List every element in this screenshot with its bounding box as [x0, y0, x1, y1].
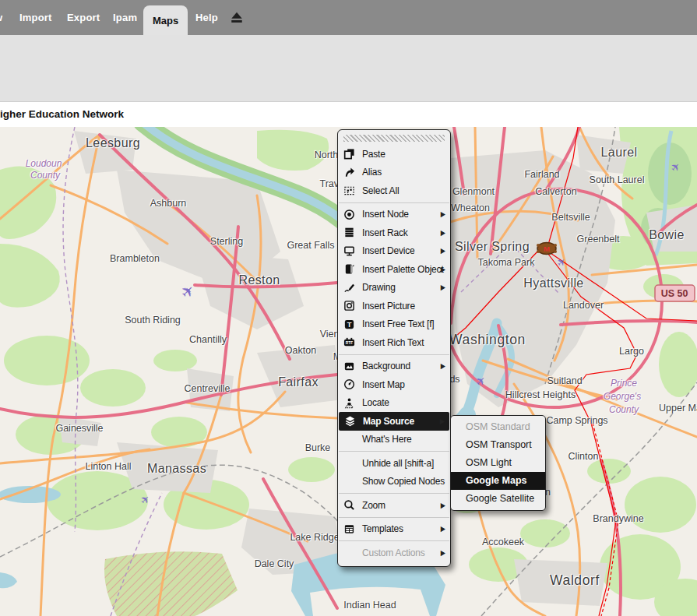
menu-item-insert-free-text[interactable]: T Insert Free Text [f]	[338, 315, 450, 334]
insert-picture-icon	[343, 300, 357, 312]
content-panel	[0, 35, 697, 102]
tab-export[interactable]: Export	[67, 0, 100, 35]
menu-separator	[339, 451, 449, 452]
menu-item-label: Insert Free Text [f]	[362, 319, 434, 329]
insert-node-icon	[343, 208, 357, 220]
menu-tearoff-handle[interactable]	[343, 135, 445, 142]
menu-item-label: Alias	[362, 167, 382, 178]
app-window: w Import Export Ipam Maps Help igher Edu…	[0, 0, 697, 616]
subheader-bar: igher Education Network	[0, 102, 697, 127]
menu-item-label: Locate	[362, 397, 389, 408]
menu-item-insert-map[interactable]: Insert Map	[338, 375, 450, 394]
menu-item-label: Show Copied Nodes	[362, 476, 445, 487]
menu-item-label: Insert Node	[362, 209, 409, 220]
menu-item-insert-palette-object[interactable]: Insert Palette Object	[338, 260, 450, 279]
map-node-terrapin[interactable]: M	[537, 243, 557, 255]
tab-maps-active[interactable]: Maps	[143, 5, 188, 35]
menu-item-insert-rack[interactable]: Insert Rack	[338, 224, 450, 242]
submenu-item-osm-standard[interactable]: OSM Standard	[451, 418, 545, 436]
menu-item-label: Select All	[362, 185, 399, 196]
tab-help[interactable]: Help	[195, 0, 218, 35]
insert-free-text-icon: T	[343, 318, 357, 330]
menu-item-alias[interactable]: Alias	[338, 164, 450, 182]
menu-item-show-copied-nodes[interactable]: Show Copied Nodes	[338, 473, 450, 491]
menu-separator	[339, 517, 449, 518]
menu-separator	[339, 202, 449, 203]
submenu-item-osm-light[interactable]: OSM Light	[451, 454, 545, 472]
drawing-icon	[343, 281, 357, 294]
menu-item-label: Zoom	[362, 500, 385, 511]
no-icon-spacer	[343, 475, 357, 488]
svg-text:T: T	[347, 321, 352, 329]
no-icon-spacer	[343, 547, 357, 559]
menu-item-label: Drawing	[362, 282, 396, 293]
insert-map-icon	[343, 378, 357, 391]
map-source-icon	[344, 415, 357, 428]
menu-item-background[interactable]: Background	[338, 357, 450, 376]
insert-palette-object-icon	[343, 263, 357, 276]
menu-item-insert-rich-text[interactable]: RTF Insert Rich Text	[338, 333, 450, 352]
menu-item-paste[interactable]: Paste	[338, 145, 450, 164]
insert-device-icon	[343, 245, 357, 257]
menu-item-label: Insert Map	[362, 379, 405, 390]
svg-text:US 50: US 50	[661, 288, 688, 299]
paste-icon	[343, 148, 357, 160]
insert-rack-icon	[343, 227, 357, 239]
menu-item-label: Insert Palette Object	[362, 264, 444, 275]
no-icon-spacer	[343, 433, 357, 445]
menu-item-label: Unhide all [shift-a]	[362, 458, 434, 469]
menu-item-label: Paste	[362, 149, 385, 160]
menu-item-label: Background	[362, 361, 410, 371]
map-source-submenu: OSM Standard OSM Transport OSM Light Goo…	[450, 415, 546, 511]
menu-item-insert-picture[interactable]: Insert Picture	[338, 297, 450, 315]
menu-item-insert-node[interactable]: Insert Node	[338, 206, 450, 224]
menu-item-whats-here[interactable]: What's Here	[338, 431, 450, 449]
menu-item-label: What's Here	[362, 434, 411, 445]
menu-item-insert-device[interactable]: Insert Device	[338, 242, 450, 261]
templates-icon	[343, 523, 357, 535]
menu-separator	[339, 540, 449, 541]
menu-item-label: Insert Rich Text	[362, 337, 424, 348]
menu-separator	[339, 354, 449, 355]
route-badge: US 50	[655, 285, 695, 301]
submenu-item-google-satellite[interactable]: Google Satellite	[451, 490, 545, 508]
context-menu: Paste Alias Select All Insert Node Inser…	[337, 129, 451, 567]
tab-maps-label: Maps	[153, 15, 178, 26]
menu-item-label: Insert Rack	[362, 227, 408, 238]
menu-item-select-all[interactable]: Select All	[338, 181, 450, 200]
menu-item-templates[interactable]: Templates	[338, 520, 450, 539]
menu-item-label: Map Source	[363, 416, 414, 427]
top-toolbar: w Import Export Ipam Maps Help	[0, 0, 697, 35]
menu-item-unhide-all[interactable]: Unhide all [shift-a]	[338, 454, 450, 473]
select-all-icon	[343, 185, 357, 197]
menu-item-label: Custom Actions	[362, 547, 425, 558]
alias-icon	[343, 166, 357, 178]
eject-icon[interactable]	[230, 10, 244, 24]
menu-item-zoom[interactable]: Zoom	[338, 496, 450, 515]
submenu-item-osm-transport[interactable]: OSM Transport	[451, 436, 545, 454]
submenu-item-google-maps[interactable]: Google Maps	[451, 472, 545, 490]
menu-item-map-source[interactable]: Map Source	[339, 412, 449, 431]
menu-item-label: Insert Device	[362, 245, 414, 256]
svg-text:M: M	[544, 245, 550, 253]
tab-import[interactable]: Import	[19, 0, 52, 35]
toolbar-partial-tab[interactable]: w	[0, 0, 2, 35]
page-title: igher Education Network	[0, 108, 124, 120]
no-icon-spacer	[343, 457, 357, 470]
menu-item-custom-actions[interactable]: Custom Actions	[338, 544, 450, 562]
zoom-icon	[343, 499, 357, 512]
menu-item-drawing[interactable]: Drawing	[338, 279, 450, 297]
menu-item-label: Templates	[362, 523, 403, 534]
locate-icon	[343, 396, 357, 409]
tab-ipam[interactable]: Ipam	[113, 0, 137, 35]
menu-separator	[339, 493, 449, 494]
menu-item-label: Insert Picture	[362, 301, 415, 312]
svg-text:RTF: RTF	[346, 341, 353, 345]
background-icon	[343, 360, 357, 372]
insert-rich-text-icon: RTF	[343, 336, 357, 349]
menu-item-locate[interactable]: Locate	[338, 394, 450, 413]
